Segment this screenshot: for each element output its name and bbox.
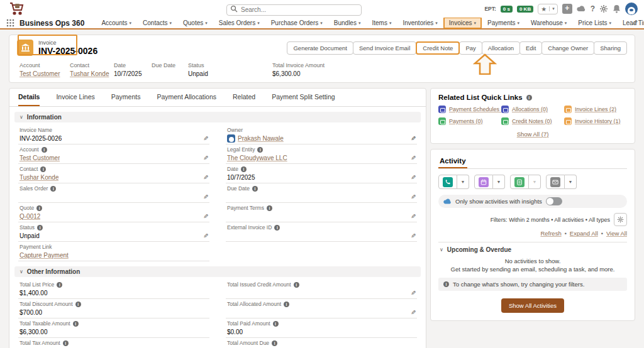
- quick-link-item[interactable]: Credit Notes (0): [501, 117, 564, 125]
- activity-filter-gear-button[interactable]: [614, 213, 627, 226]
- record-tab[interactable]: Details: [18, 89, 40, 106]
- quick-link-item[interactable]: Payments (0): [438, 117, 501, 125]
- record-action-button[interactable]: Sharing: [594, 41, 627, 55]
- edit-pencil-icon[interactable]: [411, 232, 416, 239]
- section-collapse-icon[interactable]: ∨: [19, 269, 23, 275]
- new-task-button[interactable]: [510, 175, 529, 189]
- show-all-activities-button[interactable]: Show All Activities: [501, 298, 564, 313]
- section-collapse-icon[interactable]: ∨: [19, 114, 23, 120]
- info-icon[interactable]: [267, 205, 272, 211]
- record-action-button[interactable]: Edit: [519, 41, 542, 55]
- info-icon[interactable]: [241, 166, 247, 172]
- chevron-down-icon[interactable]: ▾: [257, 21, 260, 26]
- help-icon[interactable]: ?: [591, 4, 595, 13]
- edit-pencil-icon[interactable]: [203, 213, 208, 220]
- change-owner-icon[interactable]: [411, 135, 416, 142]
- information-section-header[interactable]: ∨ Information: [14, 112, 421, 122]
- nav-tab[interactable]: Price Lists ▾: [572, 17, 617, 29]
- record-action-button[interactable]: Pay: [459, 41, 482, 55]
- quick-link-label[interactable]: Payment Schedules (0): [449, 106, 501, 112]
- new-event-dropdown[interactable]: ▼: [493, 175, 505, 189]
- info-icon[interactable]: [36, 205, 42, 211]
- record-action-button[interactable]: Allocation: [482, 41, 520, 55]
- info-icon[interactable]: [273, 321, 279, 327]
- new-event-button[interactable]: [474, 175, 493, 189]
- favorites-control[interactable]: ★ ▾: [538, 4, 557, 14]
- view-all-link[interactable]: View All: [606, 230, 627, 237]
- edit-pencil-icon[interactable]: [203, 155, 208, 161]
- info-icon[interactable]: [272, 340, 277, 346]
- user-avatar[interactable]: [625, 3, 638, 15]
- expand-all-link[interactable]: Expand All: [570, 230, 598, 237]
- log-a-call-button[interactable]: [438, 175, 457, 189]
- info-icon[interactable]: [257, 147, 263, 153]
- other-information-section-header[interactable]: ∨ Other Information: [14, 266, 421, 277]
- edit-pencil-icon[interactable]: [203, 135, 208, 142]
- show-all-link[interactable]: Show All (7): [517, 131, 549, 138]
- favorite-star-icon[interactable]: ★: [538, 6, 549, 13]
- quick-link-label[interactable]: Invoice Lines (2): [575, 106, 616, 112]
- insights-toggle[interactable]: [546, 197, 562, 205]
- nav-tab[interactable]: Payments ▾: [482, 17, 525, 29]
- favorites-dropdown-icon[interactable]: ▾: [549, 6, 557, 11]
- edit-pencil-icon[interactable]: [411, 155, 416, 161]
- nav-tab[interactable]: Inventories ▾: [397, 17, 443, 29]
- edit-pencil-icon[interactable]: [203, 232, 208, 239]
- record-action-button[interactable]: Generate Document: [287, 41, 353, 55]
- nav-tab[interactable]: Lead Times ▾: [617, 17, 644, 29]
- nav-tab[interactable]: Purchase Orders ▾: [265, 17, 328, 29]
- info-icon[interactable]: [75, 302, 81, 307]
- chevron-down-icon[interactable]: ▾: [358, 21, 361, 26]
- chevron-down-icon[interactable]: ▾: [205, 21, 208, 26]
- record-tab[interactable]: Payment Allocations: [157, 89, 216, 106]
- record-tab[interactable]: Related: [233, 89, 255, 106]
- activity-tab[interactable]: Activity: [438, 157, 467, 168]
- nav-tab[interactable]: Quotes ▾: [177, 17, 213, 29]
- quick-link-label[interactable]: Payments (0): [449, 118, 483, 124]
- info-icon[interactable]: [40, 166, 46, 172]
- quick-link-item[interactable]: Invoice History (1): [564, 117, 627, 125]
- edit-pencil-icon[interactable]: [411, 309, 416, 316]
- chevron-down-icon[interactable]: ▾: [320, 21, 323, 26]
- edit-pencil-icon[interactable]: [203, 174, 208, 181]
- nav-tab[interactable]: Items ▾: [366, 17, 397, 29]
- info-icon[interactable]: [50, 186, 56, 192]
- info-icon[interactable]: [252, 186, 258, 192]
- nav-tab[interactable]: Contacts ▾: [137, 17, 177, 29]
- quick-link-item[interactable]: Payment Schedules (0): [438, 106, 501, 113]
- chevron-down-icon[interactable]: ▾: [474, 21, 477, 26]
- record-tab[interactable]: Payment Split Setting: [272, 89, 335, 106]
- record-tab[interactable]: Invoice Lines: [56, 89, 94, 106]
- email-button[interactable]: [546, 175, 565, 189]
- setup-gear-icon[interactable]: [599, 4, 608, 13]
- edit-pencil-icon[interactable]: [411, 213, 416, 220]
- quick-link-item[interactable]: Invoice Lines (2): [564, 106, 627, 113]
- guidance-cloud-icon[interactable]: [577, 5, 586, 13]
- app-launcher-waffle-icon[interactable]: [6, 19, 14, 27]
- log-a-call-dropdown[interactable]: ▼: [457, 175, 469, 189]
- info-icon[interactable]: [284, 302, 289, 307]
- chevron-down-icon[interactable]: ▾: [389, 21, 392, 26]
- quick-link-label[interactable]: Invoice History (1): [575, 118, 621, 124]
- nav-tab[interactable]: Bundles ▾: [328, 17, 367, 29]
- new-task-dropdown[interactable]: ▼: [529, 175, 541, 189]
- nav-tab[interactable]: Accounts ▾: [96, 17, 137, 29]
- info-icon[interactable]: [526, 95, 532, 101]
- edit-navigation-pencil-icon[interactable]: [632, 19, 638, 27]
- chevron-down-icon[interactable]: ▾: [435, 21, 438, 26]
- chevron-down-icon[interactable]: ▾: [565, 21, 567, 26]
- record-tab[interactable]: Payments: [111, 89, 141, 106]
- chevron-down-icon[interactable]: ▾: [609, 21, 611, 26]
- section-collapse-icon[interactable]: ∨: [440, 247, 443, 253]
- record-action-button[interactable]: Send Invoice Email: [353, 41, 416, 55]
- info-icon[interactable]: [274, 225, 280, 231]
- edit-pencil-icon[interactable]: [411, 193, 416, 200]
- edit-pencil-icon[interactable]: [411, 174, 416, 181]
- chevron-down-icon[interactable]: ▾: [130, 21, 132, 26]
- info-icon[interactable]: [42, 147, 47, 153]
- record-action-button[interactable]: Credit Note: [416, 41, 460, 55]
- info-icon[interactable]: [63, 340, 69, 346]
- edit-pencil-icon[interactable]: [411, 290, 416, 296]
- email-dropdown[interactable]: ▼: [565, 175, 577, 189]
- notifications-bell-icon[interactable]: [613, 4, 621, 13]
